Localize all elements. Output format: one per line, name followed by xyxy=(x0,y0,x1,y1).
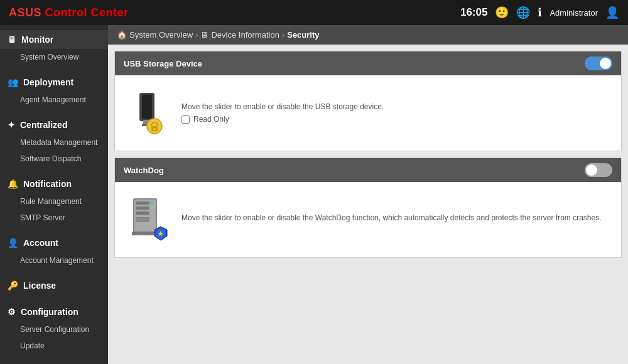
user-label[interactable]: Administrator xyxy=(550,8,598,18)
read-only-row: Read Only xyxy=(181,115,384,124)
main-content: 🏠 System Overview › 🖥 Device Information… xyxy=(108,25,628,364)
sidebar-section-license: 🔑 License xyxy=(0,271,108,297)
watchdog-toggle[interactable] xyxy=(585,163,612,177)
usb-toggle-thumb xyxy=(600,58,611,69)
app-header: ASUS Control Center 16:05 🙂 🌐 ℹ Administ… xyxy=(0,0,628,25)
sidebar-item-software-dispatch[interactable]: Software Dispatch xyxy=(0,151,108,167)
svg-rect-10 xyxy=(136,206,149,210)
monitor-icon: 🖥 xyxy=(8,35,16,45)
breadcrumb-system-overview[interactable]: System Overview xyxy=(129,30,193,40)
desktop-icon: 🖥 xyxy=(200,30,208,40)
watchdog-title: WatchDog xyxy=(124,166,164,175)
sidebar-item-metadata-management[interactable]: Metadata Management xyxy=(0,134,108,151)
svg-point-12 xyxy=(151,201,153,204)
sidebar-section-configuration: ⚙ Configuration Server Configuration Upd… xyxy=(0,297,108,356)
usb-storage-toggle[interactable] xyxy=(585,56,612,70)
sidebar-item-update[interactable]: Update xyxy=(0,338,108,354)
sidebar-item-agent-management[interactable]: Agent Management xyxy=(0,92,108,108)
watchdog-desc: Move the slider to enable or disable the… xyxy=(181,213,602,226)
header-right: 16:05 🙂 🌐 ℹ Administrator 👤 xyxy=(460,6,619,19)
sidebar-section-monitor: 🖥 Monitor System Overview xyxy=(0,25,108,68)
watchdog-body: ★ Move the slider to enable or disable t… xyxy=(115,182,621,257)
sidebar-item-system-overview[interactable]: System Overview xyxy=(0,49,108,65)
watchdog-toggle-track[interactable] xyxy=(585,163,612,177)
sidebar-item-account-management[interactable]: Account Management xyxy=(0,252,108,269)
sidebar-item-centralized[interactable]: ✦ Centralized xyxy=(0,115,108,134)
usb-storage-description-text: Move the slider to enable or disable the… xyxy=(181,102,384,111)
sidebar-item-account[interactable]: 👤 Account xyxy=(0,233,108,252)
svg-rect-6 xyxy=(154,128,156,130)
sidebar-item-deployment[interactable]: 👥 Deployment xyxy=(0,73,108,92)
usb-storage-desc: Move the slider to enable or disable the… xyxy=(181,102,384,124)
emoji-icon[interactable]: 🙂 xyxy=(495,6,509,19)
breadcrumb-security: Security xyxy=(287,30,319,40)
svg-rect-9 xyxy=(136,201,149,205)
read-only-checkbox[interactable] xyxy=(181,115,190,124)
read-only-label: Read Only xyxy=(193,115,229,124)
svg-text:★: ★ xyxy=(158,230,164,237)
usb-storage-body: Move the slider to enable or disable the… xyxy=(115,75,621,151)
breadcrumb-sep-2: › xyxy=(282,30,284,40)
watchdog-card: WatchDog xyxy=(114,158,622,258)
sidebar-section-deployment: 👥 Deployment Agent Management xyxy=(0,68,108,110)
sidebar-item-rule-management[interactable]: Rule Management xyxy=(0,193,108,210)
sidebar-section-centralized: ✦ Centralized Metadata Management Softwa… xyxy=(0,110,108,169)
usb-device-icon xyxy=(125,88,169,138)
home-icon[interactable]: 🏠 xyxy=(117,30,127,40)
notification-icon: 🔔 xyxy=(8,179,18,189)
usb-toggle-track[interactable] xyxy=(585,56,612,70)
centralized-icon: ✦ xyxy=(8,120,15,130)
usb-storage-card: USB Storage Device xyxy=(114,51,622,151)
clock: 16:05 xyxy=(460,6,487,19)
sidebar-item-monitor[interactable]: 🖥 Monitor xyxy=(0,30,108,49)
deployment-icon: 👥 xyxy=(8,77,18,87)
sidebar-item-license[interactable]: 🔑 License xyxy=(0,276,108,295)
svg-point-13 xyxy=(151,206,153,209)
asus-brand: ASUS xyxy=(9,6,41,19)
usb-storage-title: USB Storage Device xyxy=(124,59,202,68)
breadcrumb-device-information[interactable]: Device Information xyxy=(211,30,279,40)
content-area: USB Storage Device xyxy=(108,45,628,270)
watchdog-server-icon: ★ xyxy=(125,195,169,245)
usb-storage-header: USB Storage Device xyxy=(115,51,621,75)
breadcrumb-sep-1: › xyxy=(195,30,198,40)
sidebar-item-server-configuration[interactable]: Server Configuration xyxy=(0,321,108,338)
configuration-icon: ⚙ xyxy=(8,307,16,317)
sidebar-section-notification: 🔔 Notification Rule Management SMTP Serv… xyxy=(0,169,108,228)
sidebar-item-smtp-server[interactable]: SMTP Server xyxy=(0,210,108,226)
svg-rect-11 xyxy=(136,211,149,215)
watchdog-toggle-thumb xyxy=(586,164,597,176)
info-icon[interactable]: ℹ xyxy=(538,6,542,19)
svg-rect-1 xyxy=(142,95,152,119)
watchdog-header: WatchDog xyxy=(115,158,621,182)
app-logo: ASUS Control Center xyxy=(9,6,129,19)
license-icon: 🔑 xyxy=(8,281,18,291)
sidebar: 🖥 Monitor System Overview 👥 Deployment A… xyxy=(0,25,108,364)
sidebar-item-configuration[interactable]: ⚙ Configuration xyxy=(0,302,108,321)
user-avatar-icon[interactable]: 👤 xyxy=(605,6,619,19)
watchdog-description-text: Move the slider to enable or disable the… xyxy=(181,213,602,222)
globe-icon[interactable]: 🌐 xyxy=(516,6,530,19)
main-layout: 🖥 Monitor System Overview 👥 Deployment A… xyxy=(0,25,628,364)
sidebar-section-account: 👤 Account Account Management xyxy=(0,228,108,271)
svg-rect-14 xyxy=(136,217,149,222)
sidebar-item-notification[interactable]: 🔔 Notification xyxy=(0,174,108,193)
breadcrumb: 🏠 System Overview › 🖥 Device Information… xyxy=(108,25,628,45)
account-icon: 👤 xyxy=(8,238,18,248)
